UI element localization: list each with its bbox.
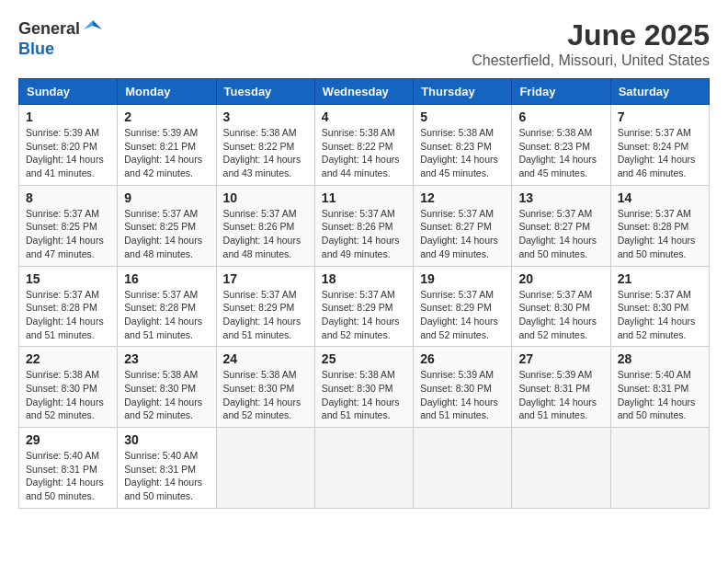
day-info: Sunrise: 5:37 AM Sunset: 8:27 PM Dayligh… — [518, 207, 603, 261]
calendar-day-cell: 30 Sunrise: 5:40 AM Sunset: 8:31 PM Dayl… — [118, 428, 216, 509]
day-info: Sunrise: 5:39 AM Sunset: 8:30 PM Dayligh… — [420, 368, 505, 422]
day-number: 6 — [518, 109, 603, 124]
day-number: 8 — [26, 190, 110, 205]
day-info: Sunrise: 5:37 AM Sunset: 8:28 PM Dayligh… — [124, 288, 209, 342]
day-number: 5 — [420, 109, 505, 124]
day-info: Sunrise: 5:38 AM Sunset: 8:22 PM Dayligh… — [223, 126, 308, 180]
day-info: Sunrise: 5:37 AM Sunset: 8:29 PM Dayligh… — [420, 288, 505, 342]
calendar-day-cell: 7 Sunrise: 5:37 AM Sunset: 8:24 PM Dayli… — [610, 105, 709, 186]
calendar-day-cell: 19 Sunrise: 5:37 AM Sunset: 8:29 PM Dayl… — [414, 266, 512, 347]
day-info: Sunrise: 5:37 AM Sunset: 8:26 PM Dayligh… — [223, 207, 308, 261]
day-info: Sunrise: 5:37 AM Sunset: 8:29 PM Dayligh… — [322, 288, 406, 342]
calendar-day-cell: 21 Sunrise: 5:37 AM Sunset: 8:30 PM Dayl… — [610, 266, 709, 347]
calendar-day-cell: 28 Sunrise: 5:40 AM Sunset: 8:31 PM Dayl… — [610, 347, 709, 428]
calendar-day-cell — [512, 428, 610, 509]
day-info: Sunrise: 5:37 AM Sunset: 8:24 PM Dayligh… — [618, 126, 702, 180]
day-number: 3 — [223, 109, 308, 124]
calendar-day-cell: 17 Sunrise: 5:37 AM Sunset: 8:29 PM Dayl… — [216, 266, 314, 347]
day-of-week-header: Friday — [512, 79, 610, 105]
location-title: Chesterfield, Missouri, United States — [472, 52, 710, 69]
day-info: Sunrise: 5:39 AM Sunset: 8:21 PM Dayligh… — [124, 126, 209, 180]
day-info: Sunrise: 5:38 AM Sunset: 8:30 PM Dayligh… — [124, 368, 209, 422]
calendar-day-cell: 20 Sunrise: 5:37 AM Sunset: 8:30 PM Dayl… — [512, 266, 610, 347]
day-info: Sunrise: 5:37 AM Sunset: 8:30 PM Dayligh… — [618, 288, 702, 342]
day-info: Sunrise: 5:40 AM Sunset: 8:31 PM Dayligh… — [618, 368, 702, 422]
calendar-day-cell — [216, 428, 314, 509]
calendar-day-cell: 27 Sunrise: 5:39 AM Sunset: 8:31 PM Dayl… — [512, 347, 610, 428]
calendar-day-cell: 14 Sunrise: 5:37 AM Sunset: 8:28 PM Dayl… — [610, 185, 709, 266]
calendar-week-row: 1 Sunrise: 5:39 AM Sunset: 8:20 PM Dayli… — [19, 105, 710, 186]
day-info: Sunrise: 5:38 AM Sunset: 8:23 PM Dayligh… — [420, 126, 505, 180]
calendar-day-cell: 15 Sunrise: 5:37 AM Sunset: 8:28 PM Dayl… — [19, 266, 118, 347]
calendar-day-cell: 25 Sunrise: 5:38 AM Sunset: 8:30 PM Dayl… — [314, 347, 413, 428]
day-info: Sunrise: 5:39 AM Sunset: 8:20 PM Dayligh… — [26, 126, 110, 180]
calendar-day-cell: 4 Sunrise: 5:38 AM Sunset: 8:22 PM Dayli… — [314, 105, 413, 186]
header-row: SundayMondayTuesdayWednesdayThursdayFrid… — [19, 79, 710, 105]
day-of-week-header: Thursday — [414, 79, 512, 105]
day-info: Sunrise: 5:38 AM Sunset: 8:23 PM Dayligh… — [518, 126, 603, 180]
logo-icon — [82, 18, 104, 40]
calendar-day-cell: 2 Sunrise: 5:39 AM Sunset: 8:21 PM Dayli… — [118, 105, 216, 186]
day-number: 17 — [223, 271, 308, 286]
calendar-day-cell: 6 Sunrise: 5:38 AM Sunset: 8:23 PM Dayli… — [512, 105, 610, 186]
calendar-day-cell — [610, 428, 709, 509]
day-of-week-header: Wednesday — [314, 79, 413, 105]
calendar-week-row: 15 Sunrise: 5:37 AM Sunset: 8:28 PM Dayl… — [19, 266, 710, 347]
calendar-week-row: 8 Sunrise: 5:37 AM Sunset: 8:25 PM Dayli… — [19, 185, 710, 266]
header: General Blue June 2025 Chesterfield, Mis… — [18, 18, 710, 69]
logo-blue: Blue — [18, 40, 54, 58]
day-info: Sunrise: 5:38 AM Sunset: 8:30 PM Dayligh… — [223, 368, 308, 422]
day-number: 10 — [223, 190, 308, 205]
calendar-table: SundayMondayTuesdayWednesdayThursdayFrid… — [18, 78, 710, 509]
day-info: Sunrise: 5:40 AM Sunset: 8:31 PM Dayligh… — [124, 449, 209, 503]
day-info: Sunrise: 5:37 AM Sunset: 8:30 PM Dayligh… — [518, 288, 603, 342]
calendar-day-cell: 24 Sunrise: 5:38 AM Sunset: 8:30 PM Dayl… — [216, 347, 314, 428]
day-number: 4 — [322, 109, 406, 124]
day-info: Sunrise: 5:37 AM Sunset: 8:25 PM Dayligh… — [26, 207, 110, 261]
day-number: 21 — [618, 271, 702, 286]
day-info: Sunrise: 5:37 AM Sunset: 8:28 PM Dayligh… — [26, 288, 110, 342]
calendar-day-cell: 9 Sunrise: 5:37 AM Sunset: 8:25 PM Dayli… — [118, 185, 216, 266]
day-number: 7 — [618, 109, 702, 124]
day-number: 16 — [124, 271, 209, 286]
calendar-day-cell: 5 Sunrise: 5:38 AM Sunset: 8:23 PM Dayli… — [414, 105, 512, 186]
calendar-day-cell: 26 Sunrise: 5:39 AM Sunset: 8:30 PM Dayl… — [414, 347, 512, 428]
logo-general: General — [18, 20, 80, 39]
day-number: 9 — [124, 190, 209, 205]
day-number: 19 — [420, 271, 505, 286]
calendar-day-cell — [314, 428, 413, 509]
day-info: Sunrise: 5:37 AM Sunset: 8:28 PM Dayligh… — [618, 207, 702, 261]
calendar-day-cell: 23 Sunrise: 5:38 AM Sunset: 8:30 PM Dayl… — [118, 347, 216, 428]
day-of-week-header: Saturday — [610, 79, 709, 105]
month-title: June 2025 — [472, 18, 710, 52]
calendar-day-cell: 1 Sunrise: 5:39 AM Sunset: 8:20 PM Dayli… — [19, 105, 118, 186]
day-number: 29 — [26, 432, 110, 447]
day-number: 30 — [124, 432, 209, 447]
calendar-week-row: 22 Sunrise: 5:38 AM Sunset: 8:30 PM Dayl… — [19, 347, 710, 428]
day-number: 1 — [26, 109, 110, 124]
calendar-day-cell — [414, 428, 512, 509]
calendar-day-cell: 22 Sunrise: 5:38 AM Sunset: 8:30 PM Dayl… — [19, 347, 118, 428]
calendar-day-cell: 29 Sunrise: 5:40 AM Sunset: 8:31 PM Dayl… — [19, 428, 118, 509]
day-info: Sunrise: 5:37 AM Sunset: 8:27 PM Dayligh… — [420, 207, 505, 261]
day-number: 14 — [618, 190, 702, 205]
day-of-week-header: Sunday — [19, 79, 118, 105]
calendar-week-row: 29 Sunrise: 5:40 AM Sunset: 8:31 PM Dayl… — [19, 428, 710, 509]
day-info: Sunrise: 5:39 AM Sunset: 8:31 PM Dayligh… — [518, 368, 603, 422]
day-number: 12 — [420, 190, 505, 205]
day-info: Sunrise: 5:37 AM Sunset: 8:29 PM Dayligh… — [223, 288, 308, 342]
title-area: June 2025 Chesterfield, Missouri, United… — [472, 18, 710, 69]
day-number: 27 — [518, 351, 603, 366]
day-number: 25 — [322, 351, 406, 366]
day-number: 15 — [26, 271, 110, 286]
calendar-day-cell: 16 Sunrise: 5:37 AM Sunset: 8:28 PM Dayl… — [118, 266, 216, 347]
calendar-day-cell: 13 Sunrise: 5:37 AM Sunset: 8:27 PM Dayl… — [512, 185, 610, 266]
day-number: 28 — [618, 351, 702, 366]
day-info: Sunrise: 5:38 AM Sunset: 8:22 PM Dayligh… — [322, 126, 406, 180]
day-number: 23 — [124, 351, 209, 366]
day-of-week-header: Tuesday — [216, 79, 314, 105]
day-number: 26 — [420, 351, 505, 366]
day-number: 13 — [518, 190, 603, 205]
day-number: 24 — [223, 351, 308, 366]
calendar-day-cell: 8 Sunrise: 5:37 AM Sunset: 8:25 PM Dayli… — [19, 185, 118, 266]
